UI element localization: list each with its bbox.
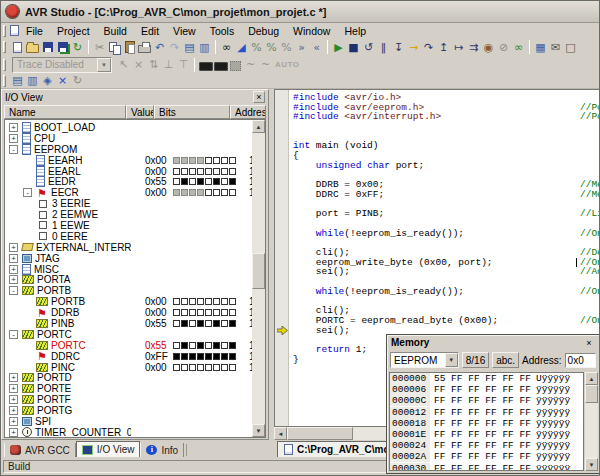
message-window-icon[interactable]: ✉ (548, 40, 563, 55)
code-line[interactable]: int main (void) (293, 141, 599, 151)
code-line[interactable]: while(!eeprom_is_ready());//On (293, 287, 599, 297)
bit-square[interactable] (173, 353, 180, 360)
memory-row[interactable]: 000018FF FF FF FF FF FFÿÿÿÿÿÿ (390, 418, 583, 429)
collapse-icon[interactable]: - (23, 188, 32, 197)
bit-square[interactable] (205, 189, 212, 196)
menu-project[interactable]: Project (50, 24, 97, 38)
chevron-down-icon[interactable]: ▼ (97, 58, 111, 72)
menu-view[interactable]: View (166, 24, 203, 38)
bit-checkbox[interactable] (39, 232, 47, 240)
tree-row-portd[interactable]: +PORTD (5, 372, 265, 383)
clear-bookmarks-icon[interactable]: % (279, 40, 294, 55)
bit-square[interactable] (221, 309, 228, 316)
tree-row-portg[interactable]: +PORTG (5, 405, 265, 416)
memory-row[interactable]: 000012FF FF FF FF FF FFÿÿÿÿÿÿ (390, 407, 583, 418)
memory-grid[interactable]: 00000055 FF FF FF FF FFUÿÿÿÿÿ000006FF FF… (389, 372, 584, 471)
scroll-down-icon[interactable]: ▼ (585, 458, 598, 471)
tree-row-ddrc[interactable]: ⚑DDRC0xFF14 (34) (5, 351, 265, 362)
find-next-icon[interactable]: ◢ (234, 40, 249, 55)
memory-address-input[interactable]: 0x0 (565, 353, 596, 368)
tree-row-misc[interactable]: +MISC (5, 264, 265, 275)
bit-square[interactable] (173, 178, 180, 185)
tree-row-portc[interactable]: PORTC0x5515 (35) (5, 340, 265, 351)
bit-square[interactable] (173, 189, 180, 196)
column-header-address[interactable]: Address (230, 105, 266, 119)
tree-row-ddrb[interactable]: ⚑DDRB0x0017 (37) (5, 307, 265, 318)
step-over-icon[interactable]: ↷ (421, 40, 436, 55)
tree-row-pinc[interactable]: PINC0x0013 (33) (5, 362, 265, 373)
tree-row-eeprom[interactable]: -EEPROM (5, 144, 265, 155)
close-icon[interactable]: × (253, 91, 265, 103)
bit-square[interactable] (189, 309, 196, 316)
output-window-icon[interactable]: ◈ (40, 73, 55, 88)
bit-square[interactable] (205, 178, 212, 185)
bit-square[interactable] (213, 353, 220, 360)
memory-row[interactable]: 000006FF FF FF FF FF FFÿÿÿÿÿÿ (390, 384, 583, 395)
code-line[interactable]: DDRC = 0xFF;//Me (293, 190, 599, 200)
memory-row[interactable]: 00002AFF FF FF FF FF FFÿÿÿÿÿÿ (390, 451, 583, 462)
bit-square[interactable] (189, 168, 196, 175)
close-icon[interactable]: × (583, 337, 595, 349)
break-icon[interactable]: ■ (346, 40, 361, 55)
memory-hex-bytes[interactable]: FF FF FF FF FF FF (430, 395, 536, 406)
bit-square[interactable] (221, 178, 228, 185)
redo-icon[interactable]: ↷ (167, 40, 182, 55)
tree-row-3-eerie[interactable]: 3 EERIE (5, 198, 265, 209)
bit-square[interactable] (197, 157, 204, 164)
column-header-value[interactable]: Value (126, 105, 154, 119)
bit-square[interactable] (173, 309, 180, 316)
save-all-icon[interactable] (55, 40, 70, 55)
scroll-down-icon[interactable]: ▼ (252, 424, 265, 437)
tab-info[interactable]: iInfo (140, 443, 184, 457)
tree-row-1-eewe[interactable]: 1 EEWE (5, 220, 265, 231)
trace-session-icon[interactable]: ▥ (25, 73, 40, 88)
code-line[interactable] (293, 122, 599, 132)
memory-hex-bytes[interactable]: FF FF FF FF FF FF (430, 429, 536, 440)
bit-square[interactable] (205, 309, 212, 316)
memory-row[interactable]: 00000055 FF FF FF FF FFUÿÿÿÿÿ (390, 373, 583, 384)
bit-square[interactable] (221, 298, 228, 305)
run-icon[interactable]: ▶ (331, 40, 346, 55)
bit-square[interactable] (229, 342, 236, 349)
build-icon[interactable]: ↻ (70, 40, 85, 55)
print-icon[interactable] (137, 40, 152, 55)
scrollbar-thumb[interactable] (585, 385, 598, 403)
step-into-icon[interactable]: ↧ (391, 40, 406, 55)
bit-square[interactable] (197, 353, 204, 360)
bit-checkbox[interactable] (39, 200, 47, 208)
scroll-up-icon[interactable]: ▲ (585, 372, 598, 385)
collapse-icon[interactable]: - (9, 330, 18, 339)
tab-i-o-view[interactable]: I/O View (76, 441, 141, 457)
tree-row-jtag[interactable]: +JTAG (5, 253, 265, 264)
bit-square[interactable] (181, 178, 188, 185)
bit-square[interactable] (221, 189, 228, 196)
tab-avr-gcc[interactable]: AVR GCC (4, 443, 76, 457)
menu-help[interactable]: Help (337, 24, 373, 38)
tree-row-pinb[interactable]: PINB0x5516 (36) (5, 318, 265, 329)
editor-margin[interactable] (275, 90, 289, 426)
scrollbar-thumb[interactable] (252, 253, 265, 289)
tree-row-2-eemwe[interactable]: 2 EEMWE (5, 209, 265, 220)
bit-square[interactable] (197, 320, 204, 327)
bit-square[interactable] (181, 342, 188, 349)
collapse-icon[interactable]: - (9, 286, 18, 295)
paste-icon[interactable] (122, 40, 137, 55)
bit-square[interactable] (221, 364, 228, 371)
watch-window-icon[interactable]: ▤ (10, 73, 25, 88)
bit-square[interactable] (205, 364, 212, 371)
tree-row-boot-load[interactable]: +BOOT_LOAD (5, 122, 265, 133)
reset-icon[interactable]: ↺ (361, 40, 376, 55)
bit-square[interactable] (181, 298, 188, 305)
bit-square[interactable] (229, 157, 236, 164)
bit-square[interactable] (181, 364, 188, 371)
bit-square[interactable] (229, 178, 236, 185)
bit-square[interactable] (189, 189, 196, 196)
bit-square[interactable] (205, 353, 212, 360)
expand-icon[interactable]: + (9, 373, 18, 382)
chip-icon[interactable] (228, 57, 243, 72)
bit-square[interactable] (197, 309, 204, 316)
scroll-up-icon[interactable]: ▲ (252, 120, 265, 133)
expand-icon[interactable]: + (9, 243, 18, 252)
menu-tools[interactable]: Tools (203, 24, 242, 38)
memory-row[interactable]: 000024FF FF FF FF FF FFÿÿÿÿÿÿ (390, 440, 583, 451)
